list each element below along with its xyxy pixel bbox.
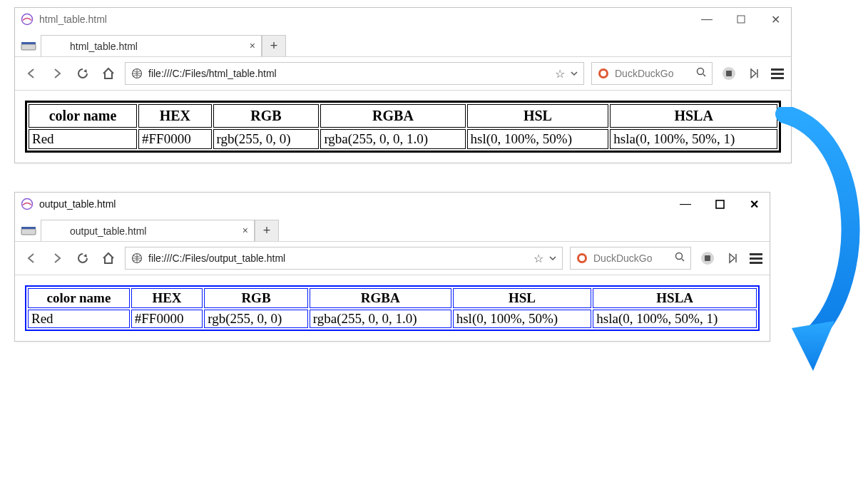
back-button[interactable] [22, 64, 41, 83]
th-rgb: RGB [204, 288, 308, 308]
skip-forward-icon[interactable] [745, 64, 764, 83]
window-controls: — ✕ [675, 197, 764, 211]
browser-window-1: html_table.html — ✕ html_table.html × + … [14, 7, 792, 163]
forward-button[interactable] [48, 249, 66, 267]
svg-point-19 [676, 253, 683, 260]
duckduckgo-icon [598, 68, 609, 79]
th-hex: HEX [131, 288, 203, 308]
svg-line-8 [703, 74, 705, 76]
th-rgba: RGBA [310, 288, 451, 308]
home-button[interactable] [99, 64, 118, 83]
search-placeholder: DuckDuckGo [593, 252, 669, 264]
table-header-row: color name HEX RGB RGBA HSL HSLA [29, 104, 777, 128]
search-icon[interactable] [696, 67, 706, 80]
svg-rect-14 [21, 229, 36, 235]
globe-icon [131, 68, 143, 79]
td-rgba: rgba(255, 0, 0, 1.0) [310, 310, 451, 328]
address-bar[interactable]: file:///C:/Files/output_table.html ☆ [125, 247, 563, 270]
close-window-button[interactable]: ✕ [765, 12, 785, 26]
maximize-button[interactable] [731, 12, 751, 26]
th-hsla: HSLA [593, 288, 757, 308]
dropdown-chevron-icon[interactable] [549, 252, 556, 265]
address-bar[interactable]: file:///C:/Files/html_table.html ☆ [125, 62, 584, 85]
bookmark-star-icon[interactable]: ☆ [555, 67, 565, 81]
hamburger-menu-icon[interactable] [750, 253, 762, 264]
toolbar: file:///C:/Files/html_table.html ☆ DuckD… [15, 56, 791, 91]
browser-tab[interactable]: output_table.html × [41, 220, 255, 241]
shield-icon[interactable] [720, 64, 738, 83]
th-hsl: HSL [453, 288, 592, 308]
th-rgba: RGBA [320, 104, 465, 128]
titlebar: html_table.html — ✕ [15, 8, 791, 31]
dropdown-chevron-icon[interactable] [571, 67, 578, 80]
td-hsla: hsla(0, 100%, 50%, 1) [610, 129, 777, 149]
th-hsla: HSLA [610, 104, 777, 128]
table-row: Red #FF0000 rgb(255, 0, 0) rgba(255, 0, … [28, 310, 757, 328]
duckduckgo-icon [576, 252, 588, 264]
skip-forward-icon[interactable] [724, 249, 742, 267]
svg-rect-10 [726, 71, 732, 76]
table-row: Red #FF0000 rgb(255, 0, 0) rgba(255, 0, … [29, 129, 777, 149]
svg-point-18 [579, 255, 585, 261]
th-color-name: color name [29, 104, 137, 128]
td-hsla: hsla(0, 100%, 50%, 1) [593, 310, 757, 328]
search-placeholder: DuckDuckGo [615, 68, 690, 79]
tab-strip: output_table.html × + [15, 215, 770, 241]
tab-close-button[interactable]: × [250, 40, 255, 51]
svg-rect-13 [716, 200, 724, 208]
bookmark-star-icon[interactable]: ☆ [533, 252, 543, 265]
th-hsl: HSL [467, 104, 609, 128]
document-icon [21, 41, 36, 52]
reload-button[interactable] [73, 249, 92, 267]
minimize-button[interactable]: — [675, 197, 695, 211]
hamburger-menu-icon[interactable] [771, 68, 784, 79]
app-icon [21, 13, 34, 26]
new-tab-button[interactable]: + [255, 220, 279, 241]
svg-rect-1 [737, 16, 745, 23]
new-tab-button[interactable]: + [262, 35, 286, 56]
th-rgb: RGB [213, 104, 320, 128]
td-rgba: rgba(255, 0, 0, 1.0) [320, 129, 465, 149]
search-box[interactable]: DuckDuckGo [591, 62, 713, 85]
td-color-name: Red [29, 129, 137, 149]
back-button[interactable] [22, 249, 41, 267]
th-hex: HEX [138, 104, 212, 128]
color-table: color name HEX RGB RGBA HSL HSLA Red #FF… [25, 101, 781, 153]
svg-rect-22 [705, 255, 710, 261]
toolbar: file:///C:/Files/output_table.html ☆ Duc… [15, 241, 770, 275]
svg-line-20 [682, 259, 684, 261]
window-controls: — ✕ [697, 12, 785, 26]
forward-button[interactable] [48, 64, 66, 83]
url-text: file:///C:/Files/output_table.html [148, 252, 528, 264]
reload-button[interactable] [73, 64, 92, 83]
td-rgb: rgb(255, 0, 0) [204, 310, 308, 328]
svg-rect-2 [21, 44, 36, 50]
maximize-button[interactable] [710, 197, 730, 211]
tab-label: output_table.html [70, 225, 146, 237]
color-table-output: color name HEX RGB RGBA HSL HSLA Red #FF… [25, 285, 760, 331]
search-box[interactable]: DuckDuckGo [570, 247, 691, 270]
shield-icon[interactable] [698, 249, 717, 267]
browser-tab[interactable]: html_table.html × [41, 35, 262, 56]
td-rgb: rgb(255, 0, 0) [213, 129, 320, 149]
tab-close-button[interactable]: × [242, 225, 248, 236]
td-hex: #FF0000 [138, 129, 212, 149]
minimize-button[interactable]: — [697, 12, 717, 26]
svg-rect-3 [21, 42, 36, 44]
svg-point-7 [698, 68, 704, 75]
home-button[interactable] [99, 249, 118, 267]
th-color-name: color name [28, 288, 130, 308]
search-icon[interactable] [675, 252, 685, 265]
tab-strip: html_table.html × + [15, 31, 791, 56]
tab-label: html_table.html [70, 41, 138, 52]
svg-marker-24 [792, 321, 834, 371]
window-title: output_table.html [39, 198, 116, 210]
titlebar: output_table.html — ✕ [15, 193, 770, 215]
td-hsl: hsl(0, 100%, 50%) [453, 310, 592, 328]
close-window-button[interactable]: ✕ [744, 197, 764, 211]
page-viewport: color name HEX RGB RGBA HSL HSLA Red #FF… [15, 275, 770, 341]
page-viewport: color name HEX RGB RGBA HSL HSLA Red #FF… [15, 91, 791, 163]
svg-rect-15 [21, 227, 36, 229]
window-title: html_table.html [39, 14, 107, 25]
td-hex: #FF0000 [131, 310, 203, 328]
